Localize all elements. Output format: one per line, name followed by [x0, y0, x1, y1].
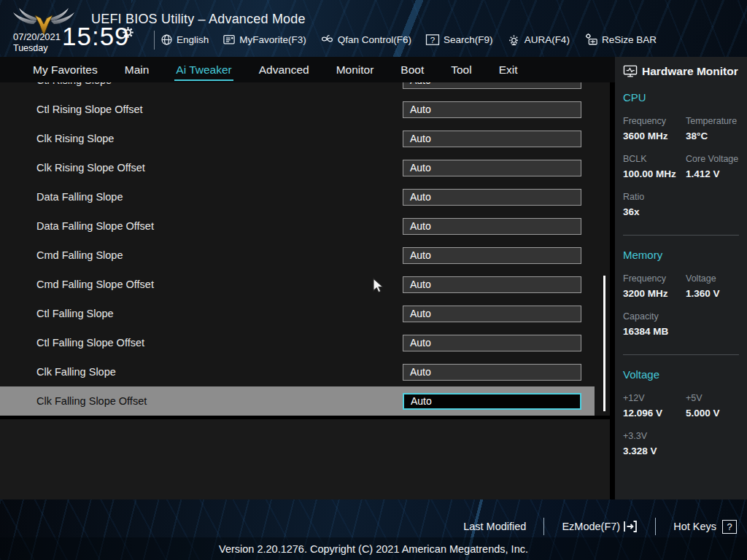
weekday-text: Tuesday [13, 43, 61, 53]
header: UEFI BIOS Utility – Advanced Mode 07/20/… [0, 0, 747, 57]
toolbar-item[interactable]: ReSize BAR [584, 33, 657, 46]
hm-metric-label: +12V [623, 393, 686, 403]
setting-row[interactable]: Clk Rising Slope Auto [0, 124, 610, 153]
settings-list: Ctl Rising Slope Auto Ctl Rising Slope O… [0, 82, 610, 416]
menu-tab-label: Monitor [336, 63, 374, 76]
menu-tab[interactable]: Boot [399, 59, 425, 81]
header-divider [154, 31, 155, 50]
hardware-monitor-header: Hardware Monitor [623, 64, 739, 78]
hm-section-title: Memory [623, 249, 739, 261]
time-settings-gear-icon[interactable] [122, 26, 134, 42]
hm-metrics: +12V 12.096 V +5V 5.000 V +3.3V 3.328 V [623, 393, 739, 456]
footer-buttons: Last Modified EzMode(F7) Hot Keys ? [463, 518, 737, 535]
menu-tab[interactable]: Advanced [258, 59, 311, 81]
menu-tab[interactable]: Exit [498, 59, 519, 81]
hm-section: Voltage +12V 12.096 V +5V 5.000 V +3.3V [623, 354, 739, 456]
toolbar-item-label: English [177, 34, 209, 45]
setting-label: Ctl Falling Slope [36, 308, 114, 319]
version-text: Version 2.20.1276. Copyright (C) 2021 Am… [219, 543, 528, 555]
setting-row[interactable]: Ctl Rising Slope Auto [0, 82, 610, 95]
setting-value-select[interactable]: Auto [403, 160, 581, 176]
bios-screen: UEFI BIOS Utility – Advanced Mode 07/20/… [0, 0, 747, 560]
setting-row[interactable]: Data Falling Slope Auto [0, 182, 610, 211]
setting-value-select[interactable]: Auto [403, 364, 581, 381]
setting-label: Data Falling Slope Offset [36, 220, 154, 232]
hm-metric: Temperature 38°C [686, 116, 739, 141]
setting-value-select[interactable]: Auto [403, 276, 581, 293]
setting-row[interactable]: Cmd Falling Slope Auto [0, 241, 610, 270]
setting-row[interactable]: Cmd Falling Slope Offset Auto [0, 270, 610, 299]
hm-metric-label: Temperature [686, 116, 739, 126]
hm-section-title: CPU [623, 91, 739, 104]
hm-metric: Frequency 3600 MHz [623, 116, 686, 141]
svg-text:?: ? [430, 34, 436, 44]
toolbar-item[interactable]: Qfan Control(F6) [320, 34, 411, 45]
setting-value-select[interactable]: Auto [403, 189, 581, 206]
setting-value-select[interactable]: Auto [403, 306, 581, 322]
hm-metric-value: 5.000 V [686, 408, 739, 419]
hm-metrics: Frequency 3600 MHz Temperature 38°C BCLK… [623, 116, 739, 217]
toolbar-item[interactable]: English [160, 34, 209, 46]
setting-label: Cmd Falling Slope [36, 249, 123, 261]
hm-metric: +5V 5.000 V [686, 393, 739, 419]
setting-row[interactable]: Ctl Falling Slope Auto [0, 299, 610, 328]
toolbar-item[interactable]: MyFavorite(F3) [222, 34, 306, 45]
scrollbar-thumb[interactable] [603, 276, 605, 411]
setting-row[interactable]: Clk Rising Slope Offset Auto [0, 153, 610, 182]
setting-value-select[interactable]: Auto [403, 218, 581, 235]
toolbar-item[interactable]: ? Search(F9) [425, 34, 493, 46]
date-block: 07/20/2021 Tuesday [13, 31, 61, 53]
hardware-monitor-sections: CPU Frequency 3600 MHz Temperature 38°C … [623, 91, 739, 456]
hm-section-title: Voltage [623, 368, 739, 381]
hm-metric-value: 1.412 V [686, 168, 739, 179]
hm-section: Memory Frequency 3200 MHz Voltage 1.360 … [623, 235, 739, 337]
hot-keys-button[interactable]: Hot Keys ? [673, 520, 737, 534]
hm-metric: +3.3V 3.328 V [623, 431, 686, 456]
hm-metric: Core Voltage 1.412 V [686, 154, 739, 179]
setting-label: Clk Falling Slope Offset [36, 395, 147, 407]
menu-tab-label: My Favorites [33, 63, 98, 76]
ezmode-button[interactable]: EzMode(F7) [562, 520, 638, 533]
setting-value-select[interactable]: Auto [403, 335, 581, 351]
menu-tab[interactable]: My Favorites [31, 59, 99, 81]
setting-row[interactable]: Ctl Rising Slope Offset Auto [0, 95, 610, 124]
hm-metric-value: 3200 MHz [623, 288, 686, 299]
setting-row[interactable]: Data Falling Slope Offset Auto [0, 211, 610, 241]
toolbar-item[interactable]: AURA(F4) [507, 34, 570, 46]
setting-value-select[interactable]: Auto [403, 82, 581, 89]
setting-row[interactable]: Clk Falling Slope Auto [0, 357, 610, 386]
setting-row[interactable]: Clk Falling Slope Offset Auto [0, 386, 595, 416]
menu-tab[interactable]: Tool [449, 59, 473, 81]
setting-label: Ctl Rising Slope Offset [36, 104, 143, 115]
setting-row[interactable]: Ctl Falling Slope Offset Auto [0, 328, 610, 357]
hm-metric-label: Ratio [623, 192, 686, 202]
toolbar-item-label: Search(F9) [444, 34, 493, 45]
header-toolbar: English MyFavorite(F3) Qfan Control(F6) … [160, 33, 670, 46]
hm-metric-value: 3.328 V [623, 446, 686, 456]
setting-value-select[interactable]: Auto [403, 247, 581, 264]
description-panel: Clk Falling Slope Offset [0, 419, 610, 499]
hm-metric-value: 16384 MB [623, 326, 686, 337]
setting-value-select[interactable]: Auto [403, 131, 581, 147]
hm-metric-value: 100.00 MHz [623, 168, 686, 179]
setting-label: Ctl Falling Slope Offset [36, 337, 144, 349]
footer: Last Modified EzMode(F7) Hot Keys ? [0, 499, 747, 560]
hm-metric: Capacity 16384 MB [623, 311, 686, 337]
hm-metric: Ratio 36x [623, 192, 686, 217]
date-text: 07/20/2021 [13, 31, 61, 42]
hm-metric: BCLK 100.00 MHz [623, 154, 686, 179]
ezmode-label: EzMode(F7) [562, 521, 620, 532]
setting-label: Clk Rising Slope Offset [36, 162, 145, 174]
menu-tab-label: Main [125, 63, 150, 76]
toolbar-item-label: ReSize BAR [602, 34, 657, 45]
hm-metric-label: Core Voltage [686, 154, 739, 164]
menu-tab[interactable]: Monitor [335, 59, 376, 81]
last-modified-button[interactable]: Last Modified [463, 521, 526, 532]
setting-value-select[interactable]: Auto [403, 393, 581, 410]
setting-value-select[interactable]: Auto [403, 101, 581, 118]
menu-tab[interactable]: Main [123, 59, 151, 81]
menu-tab[interactable]: Ai Tweaker [174, 59, 233, 81]
toolbar-item-label: MyFavorite(F3) [239, 34, 306, 45]
hm-metric: Voltage 1.360 V [686, 273, 739, 299]
hm-metric-label: +3.3V [623, 431, 686, 441]
